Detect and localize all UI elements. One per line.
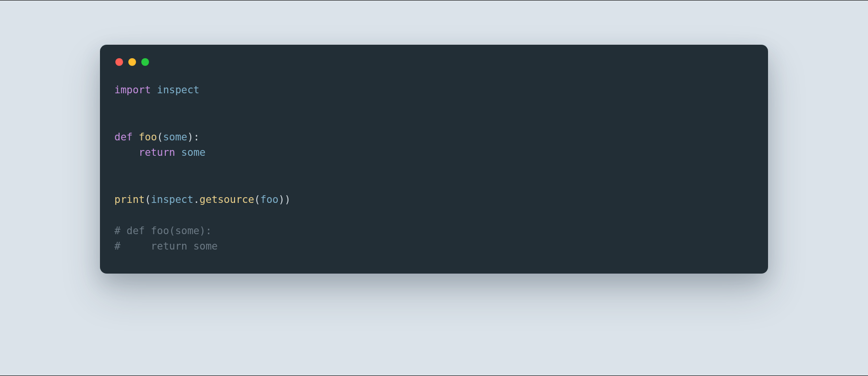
code-token: foo [260, 194, 279, 205]
code-token: # return some [114, 240, 218, 252]
code-token [175, 147, 181, 158]
code-token: ) [187, 131, 194, 143]
code-token: ) [278, 194, 285, 205]
code-token: some [181, 147, 206, 158]
code-token: inspect [151, 194, 194, 205]
code-token: some [163, 131, 187, 143]
code-token: foo [139, 131, 157, 143]
code-token: def [114, 131, 133, 143]
code-token: # def foo(some): [114, 225, 211, 237]
code-token [151, 84, 157, 96]
zoom-icon[interactable] [141, 58, 149, 66]
code-token: ( [254, 194, 260, 205]
code-token [114, 147, 139, 158]
code-token: getsource [199, 194, 254, 205]
close-icon[interactable] [115, 58, 123, 66]
code-token: ( [157, 131, 163, 143]
code-window: import inspect def foo(some): return som… [100, 45, 768, 274]
window-traffic-lights [114, 58, 754, 66]
code-token: import [114, 84, 151, 96]
code-token: print [114, 194, 145, 205]
code-block: import inspect def foo(some): return som… [114, 82, 754, 254]
code-token: . [193, 194, 199, 205]
code-token: return [139, 147, 175, 158]
code-token: : [193, 131, 199, 143]
code-token: ) [285, 194, 291, 205]
code-token: inspect [157, 84, 200, 96]
minimize-icon[interactable] [128, 58, 136, 66]
code-token: ( [145, 194, 151, 205]
code-token [133, 131, 139, 143]
